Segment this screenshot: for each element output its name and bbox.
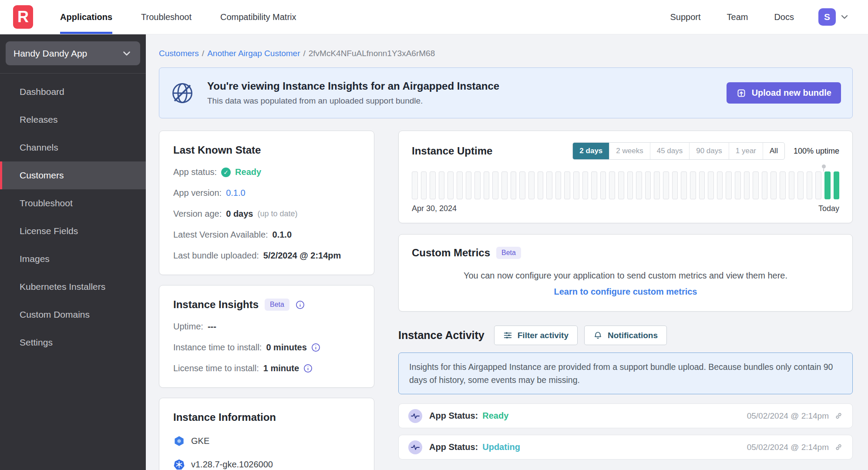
sidebar-item-channels[interactable]: Channels xyxy=(0,134,146,161)
sidebar-item-dashboard[interactable]: Dashboard xyxy=(0,78,146,106)
instance-uptime-title: Instance Uptime xyxy=(412,145,492,157)
kubernetes-icon xyxy=(173,459,185,470)
instance-activity-title: Instance Activity xyxy=(398,329,484,342)
sidebar-item-releases[interactable]: Releases xyxy=(0,106,146,134)
banner-text: You're viewing Instance Insights for an … xyxy=(207,80,499,106)
uptime-bar xyxy=(447,171,454,199)
app-version-link[interactable]: 0.1.0 xyxy=(226,188,245,198)
info-icon[interactable] xyxy=(296,300,305,309)
beta-badge: Beta xyxy=(496,247,521,259)
nav-applications[interactable]: Applications xyxy=(60,0,112,34)
uptime-bar xyxy=(474,171,481,199)
replicated-logo[interactable]: R xyxy=(13,5,33,29)
app-status-label: App status: xyxy=(173,167,217,177)
instance-information-card: Instance Information GKE xyxy=(159,398,374,470)
version-age-note: (up to date) xyxy=(257,209,297,218)
uptime-bar xyxy=(717,171,723,199)
sidebar-item-kubernetes-installers[interactable]: Kubernetes Installers xyxy=(0,273,146,301)
uptime-bar xyxy=(430,171,436,199)
uptime-bar xyxy=(627,171,633,199)
nav-troubleshoot[interactable]: Troubleshoot xyxy=(141,0,192,34)
nav-support[interactable]: Support xyxy=(670,12,700,22)
event-label: App Status: xyxy=(429,442,478,452)
event-label: App Status: xyxy=(429,411,478,421)
uptime-bar xyxy=(555,171,562,199)
instance-install-value: 0 minutes xyxy=(266,342,306,352)
info-icon[interactable] xyxy=(303,364,313,373)
filter-activity-button[interactable]: Filter activity xyxy=(494,326,578,345)
latest-version-label: Latest Version Available: xyxy=(173,230,268,240)
range-2-weeks[interactable]: 2 weeks xyxy=(609,143,649,159)
instance-install-label: Instance time to install: xyxy=(173,342,262,352)
uptime-bar xyxy=(412,171,418,199)
nav-compatibility-matrix[interactable]: Compatibility Matrix xyxy=(220,0,296,34)
chevron-down-icon xyxy=(121,48,132,59)
nav-docs[interactable]: Docs xyxy=(774,12,794,22)
range-90-days[interactable]: 90 days xyxy=(689,143,729,159)
uptime-bar xyxy=(815,171,821,199)
version-age-label: Version age: xyxy=(173,209,222,219)
uptime-bar xyxy=(421,171,427,199)
configure-custom-metrics-link[interactable]: Learn to configure custom metrics xyxy=(412,287,839,297)
app-selector-dropdown[interactable]: Handy Dandy App xyxy=(6,41,140,65)
uptime-bar xyxy=(672,171,678,199)
uptime-bar xyxy=(519,171,525,199)
custom-metrics-card: Custom Metrics Beta You can now configur… xyxy=(398,234,853,312)
notifications-button[interactable]: Notifications xyxy=(584,326,667,345)
info-icon[interactable] xyxy=(311,343,320,352)
sidebar-divider xyxy=(0,73,146,74)
beta-badge: Beta xyxy=(265,299,289,311)
range-1-year[interactable]: 1 year xyxy=(729,143,763,159)
uptime-end-label: Today xyxy=(818,204,839,213)
pulse-icon xyxy=(408,409,422,423)
sidebar-item-settings[interactable]: Settings xyxy=(0,329,146,356)
sidebar-item-troubleshoot[interactable]: Troubleshoot xyxy=(0,189,146,217)
distribution-value: GKE xyxy=(191,436,209,446)
last-known-state-title: Last Known State xyxy=(173,144,360,156)
uptime-bar xyxy=(834,171,840,199)
uptime-summary: 100% uptime xyxy=(794,147,839,156)
uptime-bar xyxy=(618,171,624,199)
chevron-down-icon[interactable] xyxy=(839,12,850,22)
uptime-marker-dot xyxy=(822,164,826,168)
gke-icon xyxy=(173,435,185,447)
event-timestamp: 05/02/2024 @ 2:14pm xyxy=(747,443,829,452)
uptime-bar xyxy=(466,171,472,199)
latest-version-value: 0.1.0 xyxy=(273,230,292,240)
avatar[interactable]: S xyxy=(818,8,836,26)
uptime-bar xyxy=(546,171,552,199)
banner-title: You're viewing Instance Insights for an … xyxy=(207,80,499,92)
top-nav: R Applications Troubleshoot Compatibilit… xyxy=(0,0,868,34)
permalink-icon[interactable] xyxy=(834,443,843,451)
primary-nav: Applications Troubleshoot Compatibility … xyxy=(60,0,325,34)
permalink-icon[interactable] xyxy=(834,412,843,420)
range-all[interactable]: All xyxy=(763,143,784,159)
range-45-days[interactable]: 45 days xyxy=(650,143,690,159)
custom-metrics-description: You can now configure your application t… xyxy=(412,271,839,281)
instance-uptime-card: Instance Uptime 2 days 2 weeks 45 days 9… xyxy=(398,131,853,223)
range-2-days[interactable]: 2 days xyxy=(573,143,609,159)
sidebar-item-custom-domains[interactable]: Custom Domains xyxy=(0,301,146,329)
sidebar-item-license-fields[interactable]: License Fields xyxy=(0,217,146,245)
uptime-bar xyxy=(591,171,597,199)
uptime-bar xyxy=(681,171,687,199)
bell-icon xyxy=(593,331,602,340)
sidebar-item-customers[interactable]: Customers xyxy=(0,161,146,189)
breadcrumb-separator: / xyxy=(202,49,204,58)
breadcrumb-customers-link[interactable]: Customers xyxy=(159,49,199,58)
upload-new-bundle-button[interactable]: Upload new bundle xyxy=(727,82,841,104)
pulse-icon xyxy=(408,440,422,454)
custom-metrics-title: Custom Metrics xyxy=(412,247,490,259)
activity-event-row: App Status: Ready 05/02/2024 @ 2:14pm xyxy=(398,403,853,428)
last-known-state-card: Last Known State App status: ✓ Ready App… xyxy=(159,131,374,275)
instance-information-title: Instance Information xyxy=(173,411,360,423)
uptime-bar xyxy=(439,171,445,199)
uptime-bar xyxy=(645,171,651,199)
sidebar-item-images[interactable]: Images xyxy=(0,245,146,273)
uptime-bar xyxy=(582,171,589,199)
nav-team[interactable]: Team xyxy=(727,12,748,22)
uptime-range-selector: 2 days 2 weeks 45 days 90 days 1 year Al… xyxy=(572,142,785,160)
uptime-bar xyxy=(824,171,831,199)
breadcrumb-customer-link[interactable]: Another Airgap Customer xyxy=(207,49,300,58)
uptime-bar xyxy=(636,171,642,199)
